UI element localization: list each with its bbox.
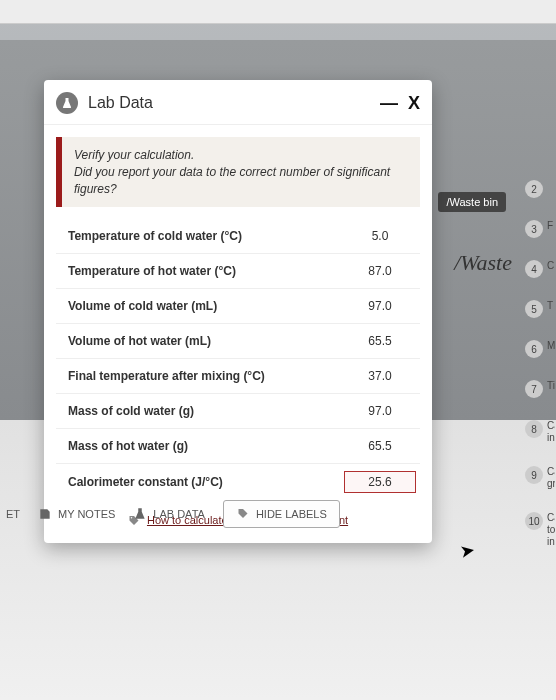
browser-chrome — [0, 0, 556, 24]
step-item[interactable]: 2 — [525, 180, 555, 198]
flask-icon — [56, 92, 78, 114]
table-row: Temperature of cold water (°C) 5.0 — [56, 219, 420, 254]
my-notes-tab[interactable]: MY NOTES — [38, 507, 115, 521]
table-row: Final temperature after mixing (°C) 37.0 — [56, 359, 420, 394]
et-tab[interactable]: ET — [6, 508, 20, 520]
row-value[interactable]: 65.5 — [344, 436, 416, 456]
step-item[interactable]: 4C — [525, 260, 555, 278]
table-row: Mass of cold water (g) 97.0 — [56, 394, 420, 429]
step-item[interactable]: 9Ca gr — [525, 466, 555, 490]
row-value[interactable]: 97.0 — [344, 296, 416, 316]
step-item[interactable]: 7Ti — [525, 380, 555, 398]
row-label: Mass of hot water (g) — [60, 439, 344, 453]
hide-labels-button[interactable]: HIDE LABELS — [223, 500, 340, 528]
alert-line-1: Verify your calculation. — [74, 147, 408, 164]
lab-data-tab[interactable]: LAB DATA — [133, 507, 205, 521]
step-item[interactable]: 3F — [525, 220, 555, 238]
panel-title: Lab Data — [88, 94, 380, 112]
row-label: Final temperature after mixing (°C) — [60, 369, 344, 383]
row-label: Mass of cold water (g) — [60, 404, 344, 418]
bottom-toolbar: ET MY NOTES LAB DATA HIDE LABELS — [0, 490, 556, 538]
verify-alert: Verify your calculation. Did you report … — [56, 137, 420, 207]
step-item[interactable]: 6M — [525, 340, 555, 358]
mouse-cursor: ➤ — [458, 539, 477, 563]
minimize-button[interactable]: — — [380, 93, 398, 114]
notes-icon — [38, 507, 52, 521]
step-item[interactable]: 5T — [525, 300, 555, 318]
row-value[interactable]: 65.5 — [344, 331, 416, 351]
window-controls: — X — [380, 93, 420, 114]
tag-small-icon — [236, 507, 250, 521]
alert-line-2: Did you report your data to the correct … — [74, 164, 408, 198]
step-item[interactable]: 8Ca in — [525, 420, 555, 444]
table-row: Volume of cold water (mL) 97.0 — [56, 289, 420, 324]
table-row: Volume of hot water (mL) 65.5 — [56, 324, 420, 359]
data-table: Temperature of cold water (°C) 5.0 Tempe… — [44, 219, 432, 500]
row-label: Volume of cold water (mL) — [60, 299, 344, 313]
row-value[interactable]: 37.0 — [344, 366, 416, 386]
flask-small-icon — [133, 507, 147, 521]
row-label: Calorimeter constant (J/°C) — [60, 475, 344, 489]
my-notes-label: MY NOTES — [58, 508, 115, 520]
row-label: Volume of hot water (mL) — [60, 334, 344, 348]
lab-data-label: LAB DATA — [153, 508, 205, 520]
hide-labels-label: HIDE LABELS — [256, 508, 327, 520]
table-row: Mass of hot water (g) 65.5 — [56, 429, 420, 464]
waste-text: /Waste — [454, 250, 512, 276]
row-value[interactable]: 5.0 — [344, 226, 416, 246]
row-label: Temperature of hot water (°C) — [60, 264, 344, 278]
panel-header: Lab Data — X — [44, 80, 432, 125]
row-value[interactable]: 87.0 — [344, 261, 416, 281]
step-item[interactable]: 10Ca to in — [525, 512, 555, 548]
row-label: Temperature of cold water (°C) — [60, 229, 344, 243]
steps-rail: 2 3F 4C 5T 6M 7Ti 8Ca in 9Ca gr 10Ca to … — [525, 180, 555, 548]
close-button[interactable]: X — [408, 93, 420, 114]
row-value[interactable]: 97.0 — [344, 401, 416, 421]
table-row: Temperature of hot water (°C) 87.0 — [56, 254, 420, 289]
lab-data-panel: Lab Data — X Verify your calculation. Di… — [44, 80, 432, 543]
waste-bin-label: /Waste bin — [438, 192, 506, 212]
